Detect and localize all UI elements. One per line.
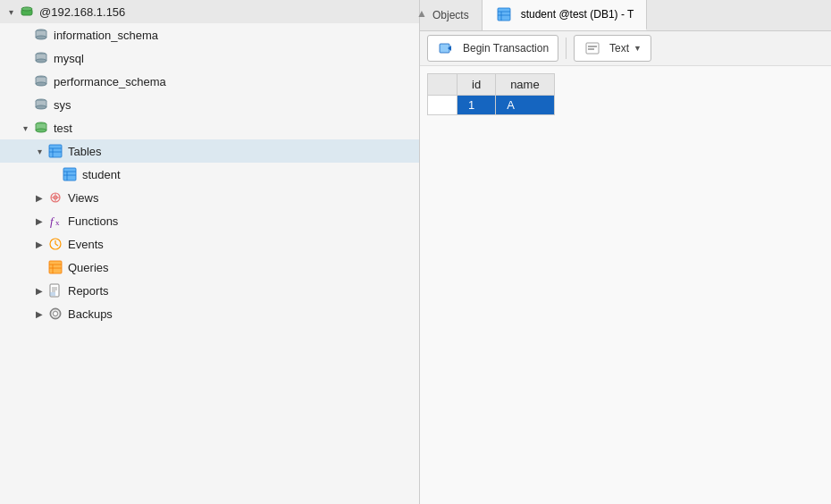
svg-rect-52: [50, 292, 55, 296]
db-label: performance_schema: [54, 75, 166, 88]
svg-point-9: [36, 59, 46, 63]
svg-rect-31: [63, 168, 76, 181]
svg-text:x: x: [55, 218, 60, 227]
table-tab-icon: [495, 5, 513, 23]
db-item-sys[interactable]: sys: [0, 93, 419, 116]
tables-icon: [46, 142, 64, 160]
text-button[interactable]: Text ▼: [574, 35, 651, 62]
result-table: id name ▶ 1 A: [427, 73, 555, 115]
tab-bar: Objects student @test (DB1) - T: [420, 0, 831, 31]
db-label: sys: [54, 98, 71, 112]
reports-icon: [46, 281, 64, 299]
database-icon: [32, 49, 50, 67]
functions-label: Functions: [68, 214, 118, 228]
chevron-right-icon: ▶: [32, 190, 46, 205]
tables-item[interactable]: ▾ Tables: [0, 139, 419, 163]
events-item[interactable]: ▶ Events: [0, 232, 419, 256]
events-label: Events: [68, 238, 104, 251]
database-icon: [32, 26, 50, 44]
cell-name[interactable]: A: [496, 96, 555, 115]
svg-rect-56: [498, 8, 510, 21]
cell-id[interactable]: 1: [457, 96, 496, 115]
db-item-information-schema[interactable]: information_schema: [0, 23, 419, 46]
left-panel: ▾ @192.168.1.156 information_schema: [0, 0, 420, 504]
chevron-down-icon: ▾: [18, 121, 32, 135]
backups-icon: [46, 305, 64, 323]
svg-line-43: [55, 244, 58, 246]
svg-point-1: [21, 7, 32, 11]
col-header-name[interactable]: name: [496, 74, 555, 96]
chevron-right-icon: ▶: [32, 214, 46, 228]
svg-point-4: [36, 36, 46, 39]
tab-student[interactable]: student @test (DB1) - T: [483, 0, 648, 30]
chevron-down-icon: ▾: [4, 4, 18, 19]
functions-icon: f x: [46, 212, 64, 230]
table-icon: [61, 165, 79, 183]
text-label: Text: [609, 42, 629, 55]
objects-tab-label: Objects: [432, 9, 469, 21]
reports-label: Reports: [68, 284, 109, 298]
col-header-id[interactable]: id: [457, 74, 496, 96]
tables-label: Tables: [68, 145, 102, 158]
database-icon: [32, 96, 50, 113]
db-item-performance-schema[interactable]: performance_schema: [0, 70, 419, 93]
begin-transaction-label: Begin Transaction: [463, 42, 549, 55]
student-tab-label: student @test (DB1) - T: [521, 8, 634, 21]
right-panel: Objects student @test (DB1) - T: [420, 0, 831, 504]
begin-transaction-button[interactable]: Begin Transaction: [427, 35, 558, 62]
col-header-indicator: [428, 74, 457, 96]
queries-item[interactable]: Queries: [0, 256, 419, 279]
text-dropdown-icon[interactable]: ▼: [634, 44, 642, 53]
begin-transaction-icon: [437, 39, 455, 57]
views-item[interactable]: ▶ Views: [0, 186, 419, 209]
backups-label: Backups: [68, 307, 113, 321]
views-icon: [46, 189, 64, 206]
database-icon: [32, 72, 50, 90]
chevron-right-icon: ▶: [32, 237, 46, 251]
svg-point-19: [36, 105, 46, 109]
text-icon: [583, 39, 601, 57]
db-label: information_schema: [54, 29, 158, 42]
views-label: Views: [68, 191, 98, 205]
row-indicator: ▶: [428, 96, 457, 115]
toolbar: Begin Transaction Text ▼: [420, 31, 831, 66]
svg-point-54: [54, 312, 57, 315]
chevron-down-icon: ▾: [32, 144, 46, 158]
functions-item[interactable]: ▶ f x Functions: [0, 209, 419, 232]
db-item-mysql[interactable]: mysql: [0, 46, 419, 70]
table-row[interactable]: ▶ 1 A: [428, 96, 555, 115]
queries-icon: [46, 258, 64, 276]
svg-rect-62: [586, 43, 599, 54]
data-grid: id name ▶ 1 A: [420, 66, 831, 504]
toolbar-separator: [566, 38, 567, 59]
chevron-right-icon: ▶: [32, 307, 46, 321]
connection-label: @192.168.1.156: [39, 5, 125, 19]
chevron-right-icon: ▶: [32, 283, 46, 298]
queries-label: Queries: [68, 261, 109, 274]
student-label: student: [82, 168, 121, 181]
svg-point-24: [36, 129, 46, 132]
tab-objects[interactable]: Objects: [420, 0, 483, 30]
table-item-student[interactable]: student: [0, 163, 419, 186]
svg-rect-44: [49, 261, 62, 273]
db-label: test: [54, 122, 72, 135]
connection-icon: [18, 3, 36, 21]
connection-item[interactable]: ▾ @192.168.1.156: [0, 0, 419, 23]
db-label: mysql: [54, 52, 84, 65]
backups-item[interactable]: ▶ Backups: [0, 302, 419, 325]
svg-rect-27: [49, 145, 62, 157]
db-item-test[interactable]: ▾ test: [0, 116, 419, 139]
database-green-icon: [32, 119, 50, 137]
reports-item[interactable]: ▶ Reports: [0, 279, 419, 302]
events-icon: [46, 235, 64, 253]
svg-point-14: [36, 82, 46, 86]
